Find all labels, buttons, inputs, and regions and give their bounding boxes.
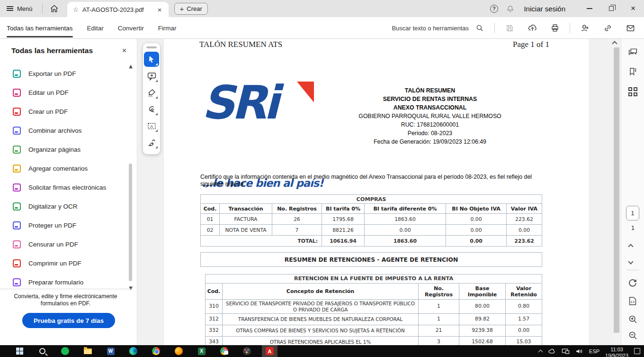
sidebar-close-icon[interactable]: ×: [119, 46, 129, 56]
create-button[interactable]: + Crear: [174, 3, 208, 15]
search-label[interactable]: Buscar texto o herramientas: [392, 25, 469, 32]
table-title-row: COMPRAS: [201, 195, 542, 204]
save-button[interactable]: [501, 20, 518, 36]
excel-app-button[interactable]: X: [197, 346, 206, 356]
add-people-button[interactable]: [577, 20, 593, 36]
taskbar-clock[interactable]: 11:03 19/9/2023: [605, 345, 628, 357]
restore-button[interactable]: [600, 0, 622, 17]
sidebar-item-crear-pdf[interactable]: Crear un PDF: [0, 102, 127, 121]
document-scrollbar[interactable]: [613, 39, 621, 345]
sidebar-item-organizar-paginas[interactable]: Organizar páginas: [0, 140, 127, 159]
sign-in-button[interactable]: Iniciar sesión: [524, 5, 565, 13]
divider: [494, 23, 495, 33]
create-label: Crear: [187, 5, 202, 12]
keyboard-language-label[interactable]: ESP: [589, 348, 599, 354]
tab-editar[interactable]: Editar: [87, 17, 104, 39]
taskbar-search-button[interactable]: [37, 346, 47, 356]
tab-convertir[interactable]: Convertir: [118, 17, 144, 39]
home-button[interactable]: [46, 0, 63, 17]
zoom-out-button[interactable]: [625, 327, 641, 343]
divider: [570, 23, 570, 33]
save-icon: [506, 24, 514, 32]
browser-profile-button[interactable]: [219, 346, 229, 356]
get-link-button[interactable]: [599, 20, 616, 36]
zoom-in-button[interactable]: [625, 311, 641, 327]
display-tray-icon[interactable]: [562, 348, 570, 355]
tab-todas-las-herramientas[interactable]: Todas las herramientas: [7, 17, 73, 39]
scroll-up-icon[interactable]: ▲: [128, 64, 133, 69]
sidebar-item-solicitar-firmas[interactable]: Solicitar firmas electrónicas: [0, 178, 127, 197]
chrome-app-button[interactable]: [151, 346, 161, 356]
table-header-row: Cod. Concepto de Retención No. Registros…: [206, 284, 542, 300]
firefox-app-button[interactable]: [174, 346, 184, 356]
drag-handle[interactable]: [146, 46, 157, 48]
file-explorer-button[interactable]: [83, 346, 93, 356]
scroll-down-icon[interactable]: ▼: [128, 286, 133, 291]
windows-taskbar: W X A ESP 11:03 19/9/2023: [0, 345, 644, 357]
minimize-button[interactable]: [579, 0, 600, 17]
document-tab[interactable]: ☆ AT-AGOSTO-2023.pdf ×: [67, 2, 169, 17]
fill-sign-tool-button[interactable]: [144, 135, 159, 150]
sidebar-item-editar-pdf[interactable]: Editar un PDF: [0, 83, 127, 102]
paint-app-button[interactable]: [242, 346, 252, 356]
sidebar-item-comprimir-pdf[interactable]: Comprimir un PDF: [0, 254, 127, 273]
onedrive-tray-icon[interactable]: [548, 348, 556, 355]
firefox-icon: [175, 347, 183, 355]
clock-date: 19/9/2023: [605, 353, 628, 357]
sidebar-item-preparar-formulario[interactable]: Preparar formulario: [0, 273, 127, 291]
bookmarks-panel-button[interactable]: [625, 64, 641, 80]
menu-button[interactable]: Menú: [0, 0, 38, 17]
comments-panel-button[interactable]: [625, 44, 641, 60]
document-tab-title: AT-AGOSTO-2023.pdf: [82, 6, 153, 13]
next-page-button[interactable]: [629, 257, 633, 265]
cursor-icon: [147, 55, 156, 64]
sidebar-item-censurar-pdf[interactable]: Censurar un PDF: [0, 235, 127, 254]
page-number-input[interactable]: 1: [626, 206, 639, 220]
free-trial-button[interactable]: Prueba gratis de 7 días: [22, 313, 115, 328]
previous-page-button[interactable]: [629, 242, 633, 250]
sidebar-title: Todas las herramientas: [11, 46, 93, 55]
add-comment-tool-button[interactable]: [144, 68, 159, 83]
print-button[interactable]: [547, 20, 563, 36]
pdf-page: TALÓN RESUMEN ATS Page 1 of 1 SRi ...le …: [163, 39, 590, 345]
info-line: Fecha de Generación: 19/09/2023 12:06:49: [316, 137, 544, 146]
table-row: 343 OTRAS RETENCIONES APLICABLES EL 1% 3…: [206, 337, 542, 346]
tab-close-icon[interactable]: ×: [157, 6, 163, 14]
action-center-icon[interactable]: [634, 348, 640, 354]
select-text-tool-button[interactable]: A: [144, 118, 159, 133]
close-button[interactable]: ×: [622, 0, 644, 17]
page-fit-button[interactable]: 1:1: [625, 293, 641, 309]
edge-app-button[interactable]: [128, 346, 138, 356]
acrobat-app-button-active[interactable]: A: [262, 345, 277, 357]
word-app-button[interactable]: W: [106, 346, 116, 356]
sidebar-item-digitalizar-ocr[interactable]: Digitalizar y OCR: [0, 197, 127, 216]
help-button[interactable]: ?: [486, 0, 502, 17]
select-tool-button[interactable]: [144, 52, 159, 67]
draw-tool-button[interactable]: [144, 101, 159, 117]
rotate-icon: [627, 278, 638, 288]
star-icon[interactable]: ☆: [73, 6, 79, 13]
tray-expand-icon[interactable]: [538, 349, 543, 354]
sidebar-item-proteger-pdf[interactable]: Proteger un PDF: [0, 216, 127, 235]
volume-tray-icon[interactable]: [575, 348, 583, 355]
email-button[interactable]: [622, 20, 638, 36]
sidebar-item-agregar-comentarios[interactable]: Agregar comentarios: [0, 159, 127, 178]
search-button[interactable]: [472, 20, 488, 36]
sidebar-scrollbar[interactable]: ▲ ▼: [128, 64, 133, 291]
scrollbar-thumb[interactable]: [129, 164, 132, 281]
scroll-up-icon[interactable]: [612, 41, 617, 46]
scan-ocr-icon: [13, 202, 21, 211]
sidebar-item-exportar-pdf[interactable]: Exportar un PDF: [0, 64, 127, 83]
highlight-tool-button[interactable]: [144, 85, 159, 100]
scrollbar-thumb[interactable]: [614, 47, 619, 333]
share-upload-button[interactable]: [524, 20, 540, 36]
plus-icon: +: [180, 5, 184, 13]
notifications-button[interactable]: [502, 0, 518, 17]
sidebar-item-combinar-archivos[interactable]: Combinar archivos: [0, 121, 127, 140]
tab-firmar[interactable]: Firmar: [158, 17, 177, 39]
compress-pdf-icon: [13, 259, 21, 267]
start-button[interactable]: [15, 346, 25, 356]
rotate-page-button[interactable]: [625, 275, 641, 291]
thumbnails-panel-button[interactable]: [625, 83, 641, 100]
spotify-app-button[interactable]: [60, 346, 70, 356]
